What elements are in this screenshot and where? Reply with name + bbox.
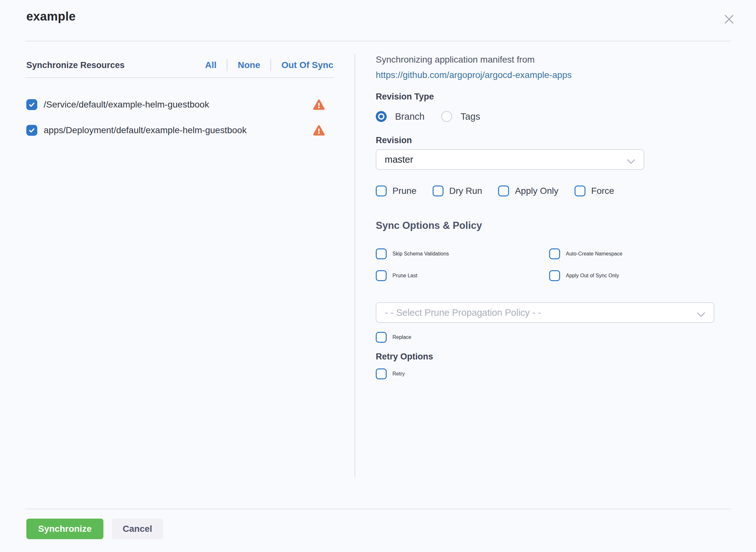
resource-filters: All None Out Of Sync — [205, 59, 333, 71]
resource-name: apps/Deployment/default/example-helm-gue… — [44, 125, 306, 135]
manifest-repo-link[interactable]: https://github.com/argoproj/argocd-examp… — [376, 70, 572, 80]
revision-type-radios: Branch Tags — [376, 109, 489, 124]
branch-radio-label: Branch — [395, 111, 425, 122]
prune-last-label: Prune Last — [393, 273, 417, 279]
replace-label: Replace — [393, 334, 411, 340]
radio-dot — [379, 115, 383, 118]
synchronize-button[interactable]: Synchronize — [26, 519, 103, 539]
sync-flags-row: Prune Dry Run Apply Only Force — [376, 183, 614, 198]
revision-type-label: Revision Type — [376, 92, 434, 102]
sync-options-heading: Sync Options & Policy — [376, 220, 482, 231]
auto-create-namespace-label: Auto-Create Namespace — [566, 251, 622, 257]
prune-last-group: Prune Last — [376, 268, 417, 283]
prune-checkbox[interactable] — [376, 185, 387, 196]
cancel-button[interactable]: Cancel — [112, 519, 163, 539]
warning-icon — [312, 98, 326, 111]
synchronize-resources-header: Synchronize Resources All None Out Of Sy… — [26, 57, 333, 73]
apply-out-of-sync-only-checkbox[interactable] — [549, 270, 560, 281]
replace-checkbox-group: Replace — [376, 330, 411, 345]
close-icon[interactable] — [723, 13, 735, 25]
chevron-down-icon — [697, 309, 705, 317]
chevron-down-icon — [627, 156, 635, 164]
resource-row: /Service/default/example-helm-guestbook — [26, 97, 326, 112]
auto-create-namespace-group: Auto-Create Namespace — [549, 247, 622, 261]
resource-checkbox[interactable] — [26, 125, 37, 136]
apply-only-checkbox-group: Apply Only — [498, 185, 558, 196]
skip-schema-validations-group: Skip Schema Validations — [376, 247, 449, 261]
revision-label: Revision — [376, 135, 412, 145]
apply-out-of-sync-only-label: Apply Out of Sync Only — [566, 273, 619, 279]
apply-only-label: Apply Only — [515, 186, 558, 196]
prune-propagation-policy-select[interactable]: - - Select Prune Propagation Policy - - — [376, 302, 714, 323]
resource-checkbox[interactable] — [26, 99, 37, 110]
prune-propagation-policy-placeholder: - - Select Prune Propagation Policy - - — [385, 307, 541, 318]
skip-schema-validations-label: Skip Schema Validations — [393, 251, 449, 257]
retry-checkbox[interactable] — [376, 369, 387, 379]
header-divider — [25, 41, 731, 41]
retry-options-heading: Retry Options — [376, 352, 433, 362]
page-title: example — [26, 10, 76, 23]
prune-checkbox-group: Prune — [376, 185, 417, 196]
prune-last-checkbox[interactable] — [376, 270, 387, 281]
force-checkbox-group: Force — [574, 185, 614, 196]
filter-none-link[interactable]: None — [238, 60, 260, 70]
tags-radio[interactable] — [441, 111, 452, 122]
force-checkbox[interactable] — [574, 185, 585, 196]
filter-all-link[interactable]: All — [205, 60, 216, 70]
skip-schema-validations-checkbox[interactable] — [376, 248, 387, 259]
tags-radio-label: Tags — [460, 111, 480, 122]
apply-only-checkbox[interactable] — [498, 185, 509, 196]
dry-run-checkbox[interactable] — [433, 185, 443, 196]
column-divider — [354, 54, 355, 477]
resources-divider — [25, 77, 334, 78]
footer-divider — [25, 509, 731, 509]
prune-label: Prune — [393, 186, 417, 196]
apply-out-of-sync-only-group: Apply Out of Sync Only — [549, 268, 619, 283]
branch-radio[interactable] — [376, 111, 387, 122]
resource-name: /Service/default/example-helm-guestbook — [44, 100, 306, 110]
filter-out-of-sync-link[interactable]: Out Of Sync — [281, 60, 333, 70]
retry-checkbox-group: Retry — [376, 367, 405, 381]
sync-panel: example Synchronize Resources All None O… — [0, 0, 756, 552]
resource-row: apps/Deployment/default/example-helm-gue… — [26, 123, 326, 138]
dry-run-label: Dry Run — [449, 186, 482, 196]
force-label: Force — [591, 186, 614, 196]
auto-create-namespace-checkbox[interactable] — [549, 248, 560, 259]
filter-separator — [271, 59, 271, 71]
replace-checkbox[interactable] — [376, 332, 387, 343]
warning-icon — [312, 124, 326, 137]
radio-inner — [378, 113, 385, 120]
synchronize-resources-label: Synchronize Resources — [26, 60, 125, 70]
revision-select-value: master — [385, 154, 413, 165]
retry-label: Retry — [393, 371, 405, 377]
dry-run-checkbox-group: Dry Run — [433, 185, 482, 196]
revision-select[interactable]: master — [376, 149, 644, 170]
manifest-source-label: Synchronizing application manifest from — [376, 54, 535, 65]
filter-separator — [227, 59, 227, 71]
